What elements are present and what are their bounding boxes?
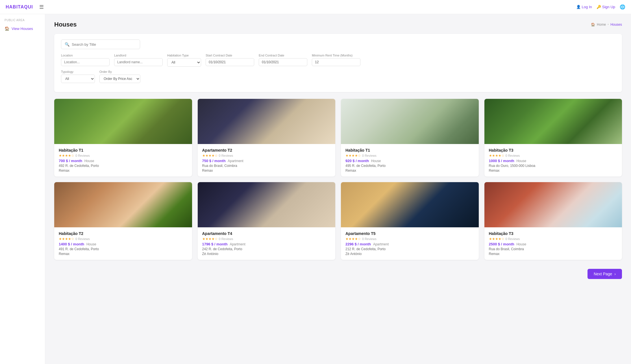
card-reviews: 0 Reviews [506, 237, 520, 241]
search-icon: 🔍 [65, 42, 69, 47]
page-header: Houses 🏠 Home • Houses [54, 21, 622, 28]
star-icons: ★★★★☆ [202, 237, 218, 241]
card-item[interactable]: Apartamento T5 ★★★★☆ 0 Reviews 2296 $ / … [341, 182, 479, 260]
breadcrumb-current: Houses [610, 23, 622, 27]
card-landlord: Remax [489, 252, 618, 256]
card-price: 1796 $ / month Apartment [202, 242, 331, 246]
user-icon: 👤 [576, 5, 581, 9]
breadcrumb: 🏠 Home • Houses [591, 23, 622, 27]
star-icons: ★★★★☆ [489, 237, 504, 241]
card-body: Apartamento T5 ★★★★☆ 0 Reviews 2296 $ / … [341, 227, 479, 260]
next-page-label: Next Page [594, 272, 612, 276]
filters-row-1: Location Landlord Habitation Type All St… [61, 54, 615, 67]
habitation-type-select[interactable]: All [167, 58, 201, 67]
search-bar[interactable]: 🔍 [61, 40, 140, 49]
card-image [54, 182, 192, 227]
card-address: 495 R. de Cedofeita, Porto [345, 164, 474, 168]
card-item[interactable]: Habitação T1 ★★★★☆ 0 Reviews 920 $ / mon… [341, 99, 479, 176]
card-landlord: Remax [345, 169, 474, 173]
typology-select[interactable]: All [61, 75, 95, 83]
logo[interactable]: HABITAQUI [6, 5, 33, 10]
habitation-type-label: Habitation Type [167, 54, 201, 57]
card-price: 1400 $ / month House [59, 242, 188, 246]
card-type: House [516, 242, 526, 246]
location-input[interactable] [61, 58, 110, 66]
filter-order-by: Order By Order By Price Asc [99, 70, 140, 83]
end-date-input[interactable] [259, 58, 307, 66]
main-content: Houses 🏠 Home • Houses 🔍 Location Landlo… [45, 14, 631, 364]
card-item[interactable]: Habitação T3 ★★★★☆ 0 Reviews 2500 $ / mo… [484, 182, 622, 260]
filter-landlord: Landlord [114, 54, 163, 67]
filter-min-rent: Minimum Rent Time (Months) [312, 54, 360, 67]
card-title: Habitação T3 [489, 231, 618, 236]
card-body: Apartamento T4 ★★★★☆ 0 Reviews 1796 $ / … [198, 227, 336, 260]
card-address: 212 R. de Cedofeita, Porto [345, 247, 474, 251]
card-address: Rua do Ouro, 1500-000 Lisboa [489, 164, 618, 168]
card-landlord: Zé António [345, 252, 474, 256]
signup-link[interactable]: 🔑 Sign Up [597, 5, 615, 9]
header-right: 👤 Log In 🔑 Sign Up 🌐 [576, 4, 625, 10]
sidebar-item-view-houses[interactable]: 🏠 View Houses [0, 24, 45, 33]
card-stars: ★★★★☆ 0 Reviews [489, 237, 618, 241]
card-item[interactable]: Apartamento T4 ★★★★☆ 0 Reviews 1796 $ / … [198, 182, 336, 260]
landlord-label: Landlord [114, 54, 163, 57]
card-title: Habitação T2 [59, 231, 188, 236]
star-icons: ★★★★☆ [59, 154, 74, 158]
card-body: Habitação T3 ★★★★☆ 0 Reviews 2500 $ / mo… [484, 227, 622, 260]
star-icons: ★★★★☆ [489, 154, 504, 158]
card-title: Habitação T1 [59, 148, 188, 152]
card-address: 242 R. de Cedofeita, Porto [202, 247, 331, 251]
breadcrumb-home-icon: 🏠 [591, 23, 595, 27]
card-reviews: 0 Reviews [219, 154, 233, 157]
location-label: Location [61, 54, 110, 57]
card-item[interactable]: Apartamento T2 ★★★★☆ 0 Reviews 750 $ / m… [198, 99, 336, 176]
login-link[interactable]: 👤 Log In [576, 5, 592, 9]
card-stars: ★★★★☆ 0 Reviews [345, 154, 474, 158]
card-type: Apartment [373, 242, 389, 246]
next-page-button[interactable]: Next Page › [588, 269, 622, 279]
card-reviews: 0 Reviews [75, 237, 90, 241]
min-rent-input[interactable] [312, 58, 360, 66]
menu-icon[interactable]: ☰ [39, 4, 44, 10]
breadcrumb-home-link[interactable]: Home [597, 23, 606, 27]
card-item[interactable]: Habitação T1 ★★★★☆ 0 Reviews 700 $ / mon… [54, 99, 192, 176]
card-title: Apartamento T5 [345, 231, 474, 236]
card-price: 700 $ / month House [59, 159, 188, 163]
card-type: House [516, 159, 526, 163]
card-price: 2500 $ / month House [489, 242, 618, 246]
card-landlord: Remax [202, 169, 331, 173]
card-price: 920 $ / month House [345, 159, 474, 163]
signup-icon: 🔑 [597, 5, 601, 9]
start-date-input[interactable] [206, 58, 254, 66]
card-title: Apartamento T4 [202, 231, 331, 236]
search-input[interactable] [72, 42, 136, 47]
card-body: Habitação T2 ★★★★☆ 0 Reviews 1400 $ / mo… [54, 227, 192, 260]
card-landlord: Remax [59, 169, 188, 173]
end-date-label: End Contract Date [259, 54, 307, 57]
card-item[interactable]: Habitação T2 ★★★★☆ 0 Reviews 1400 $ / mo… [54, 182, 192, 260]
card-image [484, 182, 622, 227]
order-by-label: Order By [99, 70, 140, 73]
star-icons: ★★★★☆ [59, 237, 74, 241]
order-by-select[interactable]: Order By Price Asc [99, 75, 140, 83]
filter-typology: Typology All [61, 70, 95, 83]
breadcrumb-separator: • [608, 23, 609, 27]
star-icons: ★★★★☆ [345, 154, 361, 158]
card-item[interactable]: Habitação T3 ★★★★☆ 0 Reviews 1000 $ / mo… [484, 99, 622, 176]
card-stars: ★★★★☆ 0 Reviews [489, 154, 618, 158]
start-date-label: Start Contract Date [206, 54, 254, 57]
filters-container: 🔍 Location Landlord Habitation Type All … [54, 34, 622, 92]
page-title: Houses [54, 21, 77, 28]
landlord-input[interactable] [114, 58, 163, 66]
filter-habitation-type: Habitation Type All [167, 54, 201, 67]
globe-icon[interactable]: 🌐 [620, 4, 625, 10]
card-image [341, 182, 479, 227]
header-left: HABITAQUI ☰ [6, 4, 44, 10]
card-address: 491 R. de Cedofeita, Porto [59, 247, 188, 251]
card-stars: ★★★★☆ 0 Reviews [59, 237, 188, 241]
card-type: Apartment [230, 242, 245, 246]
sidebar: PUBLIC AREA 🏠 View Houses [0, 14, 45, 364]
filter-start-date: Start Contract Date [206, 54, 254, 67]
card-reviews: 0 Reviews [362, 237, 377, 241]
card-stars: ★★★★☆ 0 Reviews [202, 237, 331, 241]
